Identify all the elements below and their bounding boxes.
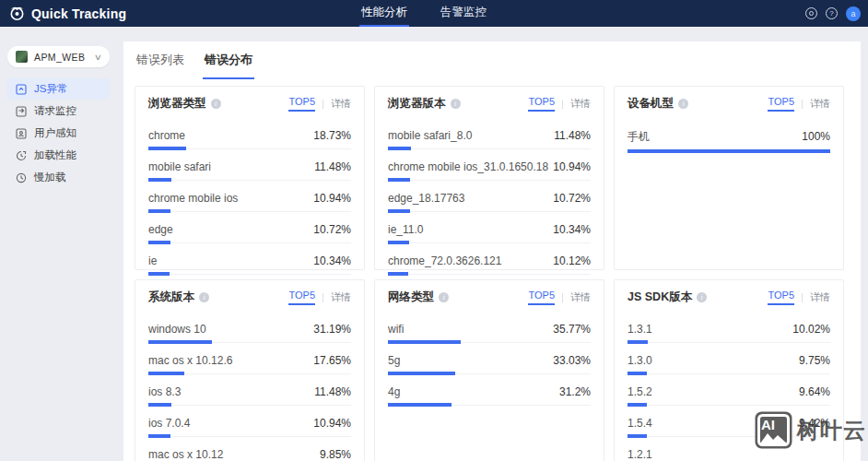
- info-icon[interactable]: i: [439, 292, 449, 302]
- card-header: 浏览器版本iTOP5详情: [388, 96, 591, 112]
- card-actions: TOP5详情: [288, 290, 351, 305]
- card-title: 浏览器类型: [148, 96, 206, 112]
- top5-tab[interactable]: TOP5: [528, 290, 555, 305]
- metric-label: mobile safari: [148, 160, 211, 173]
- divider: [562, 100, 563, 109]
- metric-value: 10.02%: [792, 323, 830, 336]
- metric-bar-fill: [148, 340, 212, 344]
- sidebar-item-label: 请求监控: [34, 104, 76, 118]
- card-title: 浏览器版本: [388, 96, 446, 112]
- metric-line: 4g31.2%: [388, 385, 591, 398]
- info-icon[interactable]: i: [451, 99, 461, 109]
- detail-link[interactable]: 详情: [570, 97, 591, 111]
- sidebar-item-slow-load[interactable]: 慢加载: [7, 167, 110, 188]
- metric-value: 10.34%: [313, 254, 351, 267]
- sidebar-item-load-performance[interactable]: 加载性能: [7, 145, 110, 166]
- metric-bar-fill: [388, 209, 410, 213]
- metric-bar-fill: [388, 340, 461, 344]
- metric-row: chrome mobile ios10.94%: [148, 182, 351, 213]
- top5-tab[interactable]: TOP5: [288, 96, 315, 112]
- metric-line: 1.5.49.42%: [628, 417, 830, 430]
- metric-line: mac os x 10.12.617.65%: [148, 354, 351, 367]
- top5-tab[interactable]: TOP5: [768, 96, 794, 112]
- metric-row: ios 8.311.48%: [148, 375, 351, 407]
- nav-tab-performance[interactable]: 性能分析: [359, 0, 409, 27]
- card-actions: TOP5详情: [288, 96, 351, 112]
- project-thumbnail: [16, 51, 28, 63]
- metric-value: 10.94%: [313, 417, 351, 430]
- info-icon[interactable]: i: [678, 99, 688, 109]
- metric-label: edge_18.17763: [388, 192, 464, 205]
- metric-bar: [388, 272, 591, 276]
- metric-line: ios 8.311.48%: [148, 385, 351, 398]
- detail-link[interactable]: 详情: [331, 97, 351, 111]
- info-icon[interactable]: i: [199, 292, 209, 302]
- gear-icon[interactable]: [805, 7, 817, 19]
- metric-label: chrome_72.0.3626.121: [388, 254, 501, 267]
- distribution-card: 设备机型iTOP5详情手机100%: [614, 86, 844, 270]
- metric-value: 31.19%: [313, 323, 351, 336]
- metric-row: wifi35.77%: [388, 313, 591, 344]
- metric-value: 35.77%: [553, 323, 591, 336]
- metric-row: 1.3.09.75%: [628, 344, 830, 375]
- metric-bar: [388, 241, 591, 244]
- sidebar-item-js-exception[interactable]: JS异常: [7, 78, 110, 100]
- metric-label: 5g: [388, 354, 400, 367]
- metric-value: 100%: [802, 130, 830, 143]
- metric-bar-fill: [628, 149, 830, 153]
- distribution-card: 网络类型iTOP5详情wifi35.77%5g33.03%4g31.2%: [374, 279, 604, 461]
- metric-label: chrome mobile ios: [148, 192, 238, 205]
- detail-link[interactable]: 详情: [810, 290, 830, 304]
- metric-bar: [628, 403, 830, 407]
- card-header: 系统版本iTOP5详情: [148, 290, 351, 305]
- load-performance-icon: [16, 150, 27, 161]
- card-title: 网络类型: [388, 290, 434, 305]
- detail-link[interactable]: 详情: [331, 290, 351, 304]
- metric-label: edge: [148, 223, 173, 236]
- brand: Quick Tracking: [0, 6, 126, 21]
- content-tabs: 错误列表 错误分布: [123, 41, 861, 79]
- project-select[interactable]: APM_WEB ∨: [7, 46, 110, 67]
- metric-bar: [148, 403, 351, 407]
- card-actions: TOP5详情: [528, 96, 591, 112]
- metric-value: 10.34%: [553, 223, 591, 236]
- metric-row: 4g31.2%: [388, 375, 591, 407]
- divider: [323, 293, 323, 302]
- sidebar-item-label: JS异常: [34, 82, 67, 96]
- metric-bar: [148, 372, 351, 375]
- project-label: APM_WEB: [34, 52, 95, 63]
- sidebar-item-user-perception[interactable]: 用户感知: [7, 123, 110, 144]
- info-icon[interactable]: i: [211, 99, 221, 109]
- metric-label: 1.5.4: [628, 417, 652, 430]
- metric-bar-fill: [148, 147, 186, 150]
- divider: [802, 293, 803, 302]
- tab-error-distribution[interactable]: 错误分布: [203, 52, 254, 79]
- metric-value: 9.85%: [320, 448, 351, 461]
- info-icon[interactable]: i: [697, 292, 707, 302]
- metric-value: 17.65%: [313, 354, 351, 367]
- detail-link[interactable]: 详情: [810, 97, 830, 111]
- metric-line: ie_11.010.34%: [388, 223, 591, 236]
- metric-line: 手机100%: [628, 129, 830, 145]
- metric-bar: [388, 403, 591, 407]
- nav-tab-label: 性能分析: [361, 5, 407, 20]
- metric-bar: [148, 241, 351, 244]
- top5-tab[interactable]: TOP5: [288, 290, 315, 305]
- metric-bar: [148, 272, 351, 276]
- detail-link[interactable]: 详情: [570, 290, 591, 304]
- distribution-card: 浏览器版本iTOP5详情mobile safari_8.011.48%chrom…: [374, 86, 604, 270]
- tab-error-list[interactable]: 错误列表: [135, 52, 186, 79]
- avatar[interactable]: a: [846, 6, 861, 21]
- nav-tab-alerts[interactable]: 告警监控: [439, 0, 488, 27]
- top5-tab[interactable]: TOP5: [528, 96, 555, 112]
- metric-row: mac os x 10.129.85%: [148, 438, 351, 461]
- sidebar-item-request-monitor[interactable]: 请求监控: [7, 100, 110, 122]
- nav-tab-label: 告警监控: [440, 5, 487, 20]
- top5-tab[interactable]: TOP5: [768, 290, 794, 305]
- metric-value: 10.94%: [553, 160, 591, 173]
- help-icon[interactable]: ?: [826, 7, 838, 19]
- metric-bar-fill: [388, 241, 409, 244]
- metric-value: 33.03%: [553, 354, 591, 367]
- nav-tabs: 性能分析 告警监控: [359, 0, 488, 27]
- metric-bar-fill: [388, 403, 452, 407]
